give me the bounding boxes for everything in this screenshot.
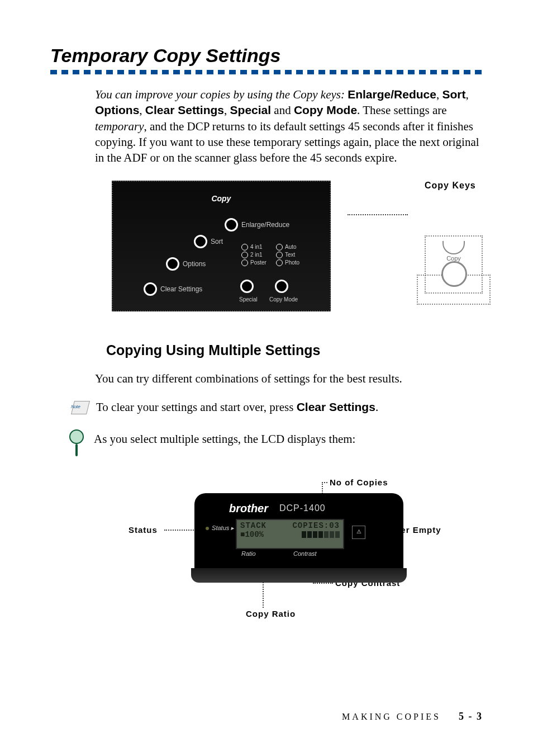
page-title: Temporary Copy Settings: [50, 45, 483, 67]
label-no-of-copies: No of Copies: [330, 478, 388, 487]
panel-header: Copy: [211, 194, 231, 203]
mini-copy-button-icon: [441, 261, 467, 287]
key-special: Special: [230, 103, 272, 116]
brand-logo: brother: [229, 502, 268, 515]
note-text: To clear your settings and start over, p…: [96, 399, 378, 415]
copy-panel: Copy Enlarge/Reduce Sort Options Clear S…: [112, 181, 331, 311]
mode-4in1: 4 in1: [241, 243, 266, 251]
mode-photo: Photo: [276, 259, 299, 267]
under-ratio: Ratio: [241, 550, 256, 557]
note-bold: Clear Settings: [297, 400, 375, 413]
model-label: DCP-1400: [279, 503, 326, 513]
mini-copy-panel: Copy: [425, 235, 483, 294]
lcd-figure: No of Copies Status Toner Empty Copy Con…: [134, 478, 492, 634]
special-button[interactable]: [240, 280, 254, 293]
page-footer: MAKING COPIES 5 - 3: [342, 711, 483, 722]
key-clear-settings: Clear Settings: [145, 103, 224, 116]
screen-ratio: ■100%: [240, 530, 264, 539]
screen-stack: STACK: [240, 521, 266, 530]
footer-section: MAKING COPIES: [342, 712, 441, 721]
contrast-bars: [302, 531, 340, 538]
copy-keys-label: Copy Keys: [425, 181, 483, 191]
note-post: .: [375, 400, 378, 414]
lcd-screen: STACK COPIES:03 ■100%: [236, 519, 344, 549]
note-icon: Note: [69, 400, 89, 415]
status-arrow-icon: ▸: [231, 525, 234, 531]
button-icon: [194, 235, 207, 248]
intro-rest: , and the DCP returns to its default set…: [95, 120, 479, 165]
button-label: Sort: [211, 238, 223, 245]
copy-mode-label: Copy Mode: [269, 296, 298, 303]
button-label: Enlarge/Reduce: [241, 221, 289, 229]
key-options: Options: [95, 103, 139, 116]
button-icon: [166, 257, 179, 271]
screen-copies: COPIES:03: [292, 521, 340, 530]
special-label: Special: [239, 296, 258, 303]
sort-button[interactable]: Sort: [194, 235, 223, 248]
note-pre: To clear your settings and start over, p…: [96, 400, 297, 414]
title-rule: [50, 70, 483, 74]
leader-contrast-h: [313, 583, 333, 584]
leader-no-of-copies-h: [322, 482, 327, 483]
copy-mode-button[interactable]: [275, 280, 288, 293]
button-icon: [144, 282, 157, 296]
note-row: Note To clear your settings and start ov…: [69, 399, 483, 415]
button-icon: [225, 218, 238, 231]
clear-settings-button[interactable]: Clear Settings: [144, 282, 202, 296]
mini-copy-label: Copy: [426, 255, 482, 262]
copy-panel-figure: Copy Enlarge/Reduce Sort Options Clear S…: [112, 181, 483, 311]
intro-paragraph: You can improve your copies by using the…: [95, 87, 483, 166]
footer-page: 5 - 3: [459, 711, 483, 722]
mode-poster: Poster: [241, 259, 266, 267]
mini-tray-icon: [442, 241, 465, 254]
mode-2in1: 2 in1: [241, 251, 266, 259]
callout-line: [348, 214, 408, 216]
button-label: Options: [183, 260, 206, 268]
key-copy-mode: Copy Mode: [294, 103, 357, 116]
under-contrast: Contrast: [293, 550, 317, 557]
note-icon-text: Note: [70, 404, 81, 409]
key-enlarge-reduce: Enlarge/Reduce: [348, 88, 436, 101]
mode-auto: Auto: [276, 243, 299, 251]
page: Temporary Copy Settings You can improve …: [0, 0, 533, 756]
tip-row: As you select multiple settings, the LCD…: [69, 429, 483, 455]
intro-mid: . These settings are: [357, 103, 447, 117]
toner-empty-icon: ⚠: [352, 526, 365, 539]
status-word: Status: [212, 525, 229, 531]
button-icon: [240, 280, 254, 293]
key-sort: Sort: [442, 88, 465, 101]
lcd-device: brother DCP-1400 Status ▸ STACK COPIES:0…: [196, 494, 402, 573]
options-button[interactable]: Options: [166, 257, 206, 271]
intro-temporary: temporary: [95, 120, 144, 133]
copy-keys-text: Copy Keys: [425, 181, 483, 191]
section-heading: Copying Using Multiple Settings: [106, 342, 483, 358]
copymode-modes-right: Auto Text Photo: [276, 243, 299, 267]
special-modes-left: 4 in1 2 in1 Poster: [241, 243, 266, 267]
mode-text: Text: [276, 251, 299, 259]
label-copy-ratio: Copy Ratio: [246, 609, 296, 618]
button-label: Clear Settings: [160, 285, 202, 293]
section-line-1: You can try different combinations of se…: [95, 370, 483, 387]
tip-icon: [69, 429, 84, 455]
enlarge-reduce-button[interactable]: Enlarge/Reduce: [225, 218, 289, 231]
label-status: Status: [129, 525, 158, 535]
intro-lead: You can improve your copies by using the…: [95, 88, 345, 101]
leader-status: [164, 530, 196, 531]
mini-panel-wrap: Copy: [425, 235, 483, 294]
button-icon: [275, 280, 288, 293]
copy-keys-callout: Copy Keys Copy: [425, 181, 483, 294]
tip-text: As you select multiple settings, the LCD…: [94, 431, 355, 447]
